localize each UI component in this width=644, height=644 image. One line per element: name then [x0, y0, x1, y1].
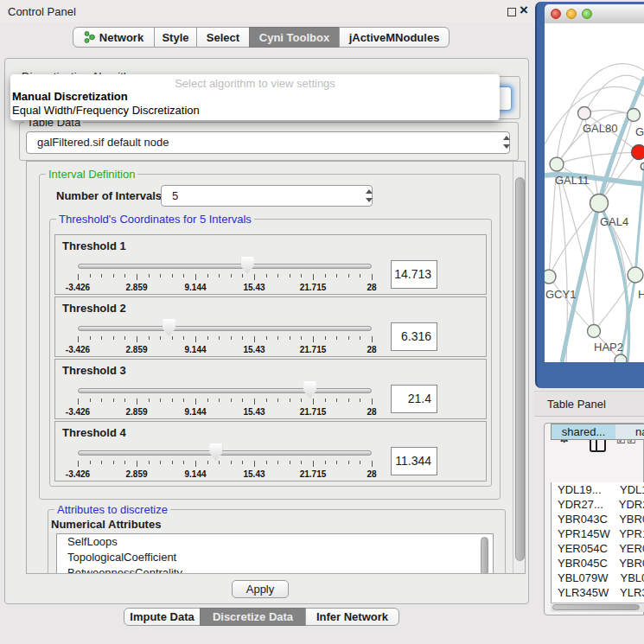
table-row[interactable]: YPR145WYPR1: [552, 526, 644, 541]
column-header-shared-name[interactable]: shared...: [551, 424, 616, 440]
num-intervals-label: Number of Intervals: [56, 189, 162, 202]
table-cell: YDL19...: [552, 482, 614, 497]
attribute-item[interactable]: TopologicalCoefficient: [57, 550, 493, 565]
tab-cyni-toolbox[interactable]: Cyni Toolbox: [249, 27, 340, 48]
threshold-slider-track[interactable]: [78, 326, 372, 331]
threshold-label: Threshold 2: [62, 302, 126, 315]
screen: Control Panel × Network Style Select Cyn…: [0, 0, 644, 644]
scrollpane-scrollbar-track[interactable]: [513, 162, 526, 574]
threshold-panel: Threshold 1 -3.4262.8599.14415.4321.7152…: [54, 234, 487, 295]
table-hscrollbar-track[interactable]: [551, 603, 644, 612]
num-intervals-select[interactable]: 5: [161, 185, 373, 207]
node-label: GCY1: [545, 288, 576, 301]
network-node-hap2[interactable]: [588, 325, 601, 338]
threshold-slider-track[interactable]: [78, 388, 372, 393]
table-cell: YLR3: [614, 585, 644, 600]
table-cell: YER054C: [552, 541, 613, 556]
tab-select[interactable]: Select: [196, 27, 250, 48]
threshold-value-field[interactable]: 11.344: [391, 447, 437, 475]
thresholds-panels: Threshold 1 -3.4262.8599.14415.4321.7152…: [49, 219, 492, 487]
network-node-gcy1[interactable]: [545, 270, 556, 284]
threshold-value-field[interactable]: 21.4: [391, 385, 437, 413]
bottom-tabbar: Impute Data Discretize Data Infer Networ…: [124, 608, 399, 626]
control-panel-titlebar: Control Panel ×: [0, 0, 534, 22]
node-label: GAL4: [600, 215, 628, 228]
threshold-slider-track[interactable]: [78, 264, 372, 269]
tab-discretize-data[interactable]: Discretize Data: [200, 608, 306, 626]
tab-infer-network[interactable]: Infer Network: [305, 608, 399, 626]
table-panel-window: ⚙ ☑ ☑ shared... na YDL19...YDL1YDR27...Y…: [544, 423, 644, 615]
column-header-name[interactable]: na: [615, 424, 644, 440]
table-cell: YDR27...: [552, 497, 613, 512]
tab-style[interactable]: Style: [154, 27, 197, 48]
table-panel-header: Table Panel: [534, 391, 644, 417]
float-window-icon[interactable]: [507, 8, 516, 16]
node-table-body: YDL19...YDL1YDR27...YDR2YBR043CYBR0YPR14…: [551, 482, 644, 606]
node-label: GAL11: [555, 174, 590, 187]
network-window-titlebar[interactable]: [545, 4, 644, 24]
attributes-list: SelfLoopsTopologicalCoefficientBetweenne…: [56, 533, 494, 574]
algorithm-option-manual[interactable]: Manual Discretization: [12, 90, 128, 103]
table-row[interactable]: YBR043CYBR0: [552, 512, 644, 526]
num-intervals-value: 5: [172, 186, 178, 207]
network-icon: [84, 31, 95, 43]
network-node-gal11[interactable]: [550, 157, 564, 171]
table-hscrollbar-thumb[interactable]: [552, 604, 640, 610]
table-row[interactable]: YDL19...YDL1: [552, 482, 644, 497]
table-row[interactable]: YER054CYER0: [552, 541, 644, 556]
apply-button[interactable]: Apply: [232, 580, 289, 598]
table-cell: YBR0: [613, 512, 644, 526]
algorithm-dropdown-popup: Select algorithm to view settings Manual…: [10, 74, 500, 120]
tab-network-label: Network: [99, 31, 143, 44]
threshold-label: Threshold 3: [62, 364, 126, 377]
threshold-slider-track[interactable]: [78, 450, 372, 456]
network-node-h[interactable]: [628, 267, 643, 283]
table-cell: YLR345W: [552, 585, 614, 600]
threshold-value-field[interactable]: 6.316: [391, 322, 437, 351]
close-traffic-light[interactable]: [551, 9, 561, 19]
threshold-slider-thumb[interactable]: [209, 443, 222, 461]
maximize-traffic-light[interactable]: [582, 9, 592, 19]
network-node-gal80[interactable]: [578, 107, 591, 120]
table-panel-title: Table Panel: [547, 398, 606, 411]
table-cell: YBL0: [614, 571, 644, 585]
attributes-group-title: Attributes to discretize: [54, 504, 170, 515]
minimize-traffic-light[interactable]: [566, 9, 577, 19]
scrollpane-scrollbar-thumb[interactable]: [515, 177, 525, 561]
attribute-item[interactable]: SelfLoops: [57, 534, 493, 550]
control-panel-title: Control Panel: [8, 5, 76, 18]
network-node[interactable]: [628, 109, 641, 122]
table-row[interactable]: YBR045CYBR0: [552, 556, 644, 571]
settings-scrollpane: Interval Definition Number of Intervals …: [26, 161, 526, 574]
threshold-slider-thumb[interactable]: [163, 319, 175, 336]
tab-impute-data[interactable]: Impute Data: [124, 608, 201, 626]
close-icon[interactable]: ×: [520, 2, 528, 19]
table-cell: YBR043C: [552, 512, 613, 526]
table-cell: YBR0: [613, 556, 644, 571]
node-label: HAP2: [594, 341, 623, 354]
threshold-value-field[interactable]: 14.713: [391, 260, 437, 289]
network-node-gal4[interactable]: [590, 194, 609, 213]
threshold-label: Threshold 4: [62, 426, 126, 439]
tab-network[interactable]: Network: [73, 27, 155, 48]
algorithm-option-equal-width[interactable]: Equal Width/Frequency Discretization: [12, 104, 200, 117]
threshold-slider-thumb[interactable]: [303, 381, 316, 399]
control-panel-tabbar: Network Style Select Cyni Toolbox jActiv…: [73, 27, 450, 48]
table-row[interactable]: YBL079WYBL0: [552, 571, 644, 585]
network-node[interactable]: [615, 354, 627, 362]
threshold-slider-thumb[interactable]: [241, 257, 254, 274]
table-cell: YPR145W: [552, 526, 613, 541]
table-data-select[interactable]: galFiltered.sif default node: [26, 131, 510, 154]
network-canvas[interactable]: GAL80 GAL11 GAL4 GCY1 HAP2 H GA C: [545, 23, 644, 362]
table-row[interactable]: YLR345WYLR3: [552, 585, 644, 600]
threshold-panel: Threshold 3 -3.4262.8599.14415.4321.7152…: [54, 359, 487, 419]
tab-jactivemnodules[interactable]: jActiveMNodules: [339, 27, 450, 48]
attribute-item[interactable]: BetweennessCentrality: [57, 565, 493, 574]
network-node-highlighted[interactable]: [632, 145, 644, 160]
threshold-panel: Threshold 2 -3.4262.8599.14415.4321.7152…: [54, 296, 487, 357]
table-row[interactable]: YDR27...YDR2: [552, 497, 644, 512]
attributes-list-scrollbar[interactable]: [481, 537, 488, 574]
node-label: GA: [635, 125, 644, 138]
algorithm-placeholder-option[interactable]: Select algorithm to view settings: [10, 77, 500, 90]
table-cell: YBR045C: [552, 556, 613, 571]
